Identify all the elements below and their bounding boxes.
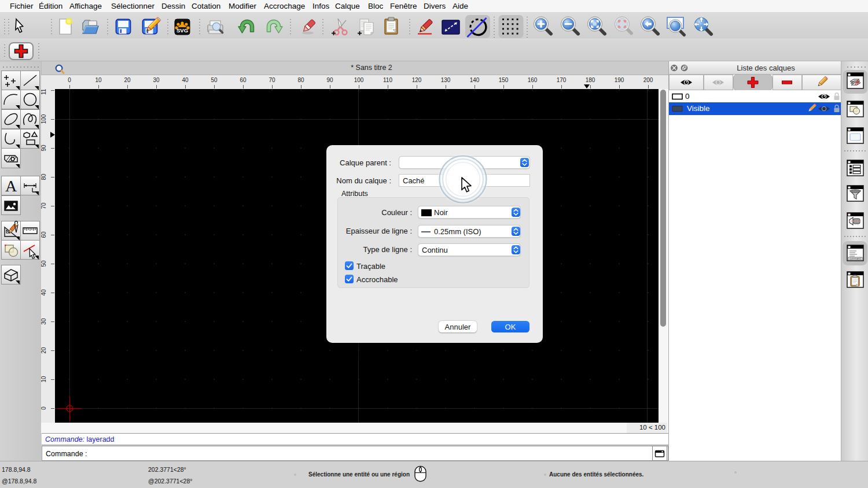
svg-text:20: 20 bbox=[41, 347, 47, 354]
svg-text:command: command bbox=[849, 257, 861, 260]
svg-text:80: 80 bbox=[41, 173, 47, 180]
svg-text:30: 30 bbox=[41, 318, 47, 325]
svg-text:100: 100 bbox=[41, 114, 47, 124]
svg-text:90: 90 bbox=[41, 145, 47, 151]
svg-text:A: A bbox=[5, 177, 17, 195]
svg-text:50: 50 bbox=[41, 260, 47, 267]
svg-text:40: 40 bbox=[41, 289, 47, 296]
svg-text:0: 0 bbox=[41, 406, 47, 410]
svg-text:SVG: SVG bbox=[176, 27, 188, 34]
svg-text:110: 110 bbox=[41, 89, 47, 95]
svg-text:10: 10 bbox=[41, 376, 47, 383]
svg-text:60: 60 bbox=[41, 231, 47, 238]
svg-text:70: 70 bbox=[41, 202, 47, 209]
